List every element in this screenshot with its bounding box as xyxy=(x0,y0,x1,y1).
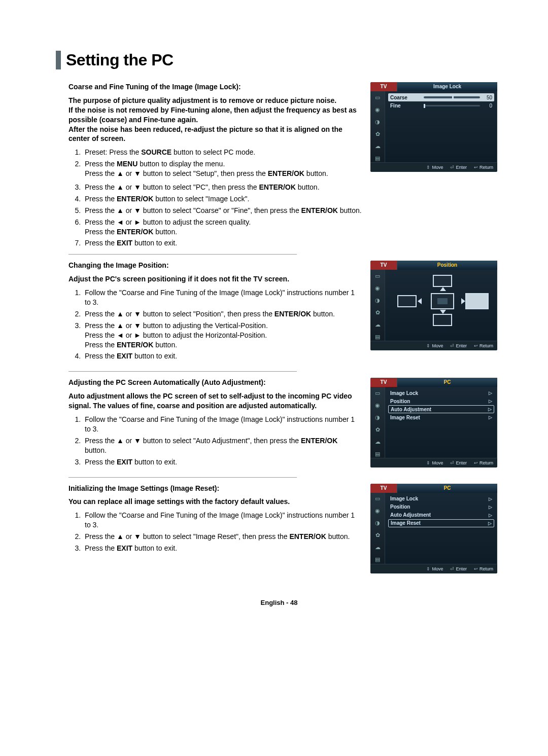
step: Press the EXIT button to exit. xyxy=(83,457,360,467)
osd-pc-reset: TV PC ▭ ◉ ◑ ✿ ☁ ▤ Image Lock▷ Position▷ xyxy=(370,484,497,573)
return-hint: Return xyxy=(474,566,493,571)
step: Press the ▲ or ▼ button to adjusting the… xyxy=(83,321,360,350)
enter-hint: Enter xyxy=(450,343,467,348)
section-d-steps: Follow the "Coarse and Fine Tuning of th… xyxy=(68,511,360,553)
guide-icon: ▤ xyxy=(373,154,382,162)
move-hint: Move xyxy=(426,343,443,348)
chevron-right-icon: ▷ xyxy=(489,399,492,404)
divider xyxy=(68,254,297,255)
osd-title: PC xyxy=(397,378,497,387)
chevron-right-icon: ▷ xyxy=(489,505,492,510)
step: Press the EXIT button to exit. xyxy=(83,351,360,361)
sound-icon: ◉ xyxy=(373,401,382,409)
osd-tv-badge: TV xyxy=(370,82,397,91)
pos-down-box xyxy=(433,314,452,326)
guide-icon: ▤ xyxy=(373,333,382,341)
guide-icon: ▤ xyxy=(373,450,382,458)
page-title: Setting the PC xyxy=(66,51,502,69)
sound-icon: ◉ xyxy=(373,507,382,515)
step: Press the ▲ or ▼ button to select "Posit… xyxy=(83,309,360,319)
picture-icon: ▭ xyxy=(373,495,382,503)
slider-icon xyxy=(424,105,480,106)
step: Press the EXIT button to exit. xyxy=(83,544,360,553)
channel-icon: ◑ xyxy=(373,413,382,421)
osd-icon-strip: ▭ ◉ ◑ ✿ ☁ ▤ xyxy=(370,387,385,458)
step: Press the ENTER/OK button to select "Ima… xyxy=(83,194,502,204)
return-hint: Return xyxy=(474,343,493,348)
osd-item-image-reset: Image Reset▷ xyxy=(388,519,494,527)
position-diagram xyxy=(393,274,490,327)
step: Press the MENU button to display the men… xyxy=(83,159,360,178)
step: Press the EXIT button to exit. xyxy=(83,238,502,248)
chevron-right-icon: ▷ xyxy=(489,415,492,420)
step: Press the ▲ or ▼ button to select "Image… xyxy=(83,532,360,542)
arrow-left-icon xyxy=(418,298,422,304)
section-c-steps: Follow the "Coarse and Fine Tuning of th… xyxy=(68,415,360,466)
enter-hint: Enter xyxy=(450,566,467,571)
step: Follow the "Coarse and Fine Tuning of th… xyxy=(83,288,360,307)
pos-center-box xyxy=(431,293,454,309)
pos-right-box xyxy=(465,293,489,309)
chevron-right-icon: ▷ xyxy=(488,521,492,526)
move-hint: Move xyxy=(426,165,443,170)
setup-icon: ✿ xyxy=(373,531,382,539)
arrow-up-icon xyxy=(440,287,446,291)
section-a-intro: The purpose of picture quality adjustmen… xyxy=(68,96,360,143)
divider xyxy=(68,477,297,478)
osd-pc-auto: TV PC ▭ ◉ ◑ ✿ ☁ ▤ Image Lock▷ Position▷ xyxy=(370,378,497,467)
osd-item-image-lock: Image Lock▷ xyxy=(388,389,494,397)
input-icon: ☁ xyxy=(373,438,382,446)
osd-icon-strip: ▭ ◉ ◑ ✿ ☁ ▤ xyxy=(370,91,385,162)
osd-tv-badge: TV xyxy=(370,484,397,493)
step: Press the ▲ or ▼ button to select "Auto … xyxy=(83,436,360,455)
osd-icon-strip: ▭ ◉ ◑ ✿ ☁ ▤ xyxy=(370,270,385,341)
osd-item-auto-adjustment: Auto Adjustment▷ xyxy=(388,405,494,413)
step: Follow the "Coarse and Fine Tuning of th… xyxy=(83,511,360,530)
guide-icon: ▤ xyxy=(373,556,382,564)
osd-row-fine: Fine 0 xyxy=(388,101,494,110)
osd-footer: Move Enter Return xyxy=(370,162,497,172)
channel-icon: ◑ xyxy=(373,296,382,304)
chevron-right-icon: ▷ xyxy=(489,390,492,395)
osd-footer: Move Enter Return xyxy=(370,458,497,467)
sound-icon: ◉ xyxy=(373,105,382,114)
arrow-down-icon xyxy=(440,310,446,314)
section-b-heading: Changing the Image Position: xyxy=(68,261,360,270)
osd-item-image-reset: Image Reset▷ xyxy=(388,413,494,421)
osd-image-lock: TV Image Lock ▭ ◉ ◑ ✿ ☁ ▤ Coarse xyxy=(370,82,497,172)
input-icon: ☁ xyxy=(373,142,382,150)
osd-row-coarse: Coarse 50 xyxy=(388,93,494,101)
return-hint: Return xyxy=(474,165,493,170)
osd-title: PC xyxy=(397,484,497,493)
picture-icon: ▭ xyxy=(373,272,382,280)
step: Press the ◄ or ► button to adjust the sc… xyxy=(83,218,502,237)
step: Follow the "Coarse and Fine Tuning of th… xyxy=(83,415,360,434)
section-b-steps: Follow the "Coarse and Fine Tuning of th… xyxy=(68,288,360,361)
section-a-steps-cont: Press the ▲ or ▼ button to select "PC", … xyxy=(68,183,502,248)
picture-icon: ▭ xyxy=(373,389,382,397)
osd-tv-badge: TV xyxy=(370,378,397,387)
picture-icon: ▭ xyxy=(373,93,382,101)
input-icon: ☁ xyxy=(373,544,382,552)
chevron-right-icon: ▷ xyxy=(489,513,492,518)
osd-tv-badge: TV xyxy=(370,261,397,270)
chevron-right-icon: ▷ xyxy=(488,407,492,412)
input-icon: ☁ xyxy=(373,320,382,329)
osd-item-position: Position▷ xyxy=(388,397,494,405)
pos-up-box xyxy=(433,275,452,287)
osd-footer: Move Enter Return xyxy=(370,341,497,350)
osd-icon-strip: ▭ ◉ ◑ ✿ ☁ ▤ xyxy=(370,493,385,564)
osd-item-position: Position▷ xyxy=(388,503,494,511)
section-d-intro: You can replace all image settings with … xyxy=(68,497,360,507)
enter-hint: Enter xyxy=(450,165,467,170)
osd-item-auto-adjustment: Auto Adjustment▷ xyxy=(388,511,494,519)
step: Press the ▲ or ▼ button to select "PC", … xyxy=(83,183,502,192)
section-c-intro: Auto adjustment allows the PC screen of … xyxy=(68,391,360,411)
slider-icon xyxy=(424,96,480,98)
sound-icon: ◉ xyxy=(373,284,382,292)
section-b-intro: Adjust the PC's screen positioning if it… xyxy=(68,274,360,284)
page-number: English - 48 xyxy=(56,599,502,606)
section-d-heading: Initializing the Image Settings (Image R… xyxy=(68,484,360,493)
section-c-heading: Adjusting the PC Screen Automatically (A… xyxy=(68,378,360,387)
pos-left-box xyxy=(397,295,417,307)
